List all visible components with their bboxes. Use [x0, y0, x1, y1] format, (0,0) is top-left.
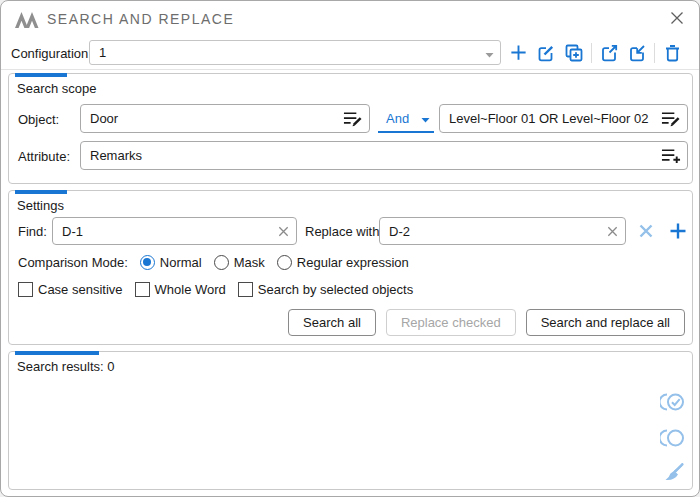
configuration-label: Configuration: [11, 46, 92, 61]
search-results-panel: Search results: 0 [8, 351, 693, 490]
chevron-down-icon [485, 44, 494, 62]
options-row: Case sensitive Whole Word Search by sele… [18, 280, 413, 298]
edit-list-icon[interactable] [661, 110, 681, 127]
replace-input[interactable] [389, 224, 602, 239]
configuration-value: 1 [99, 45, 485, 60]
whole-word-label: Whole Word [155, 282, 226, 297]
checkbox-search-by-selected[interactable]: Search by selected objects [238, 282, 413, 297]
add-replace-pair-icon[interactable] [669, 222, 687, 240]
comparison-mode-label: Comparison Mode: [18, 255, 128, 270]
object-field[interactable]: Door [80, 104, 370, 133]
replace-checked-button[interactable]: Replace checked [386, 309, 516, 336]
search-and-replace-dialog: SEARCH AND REPLACE Configuration: 1 [0, 0, 700, 497]
radio-mask-icon[interactable] [214, 255, 229, 270]
uncheck-all-icon[interactable] [660, 426, 686, 450]
toolbar-separator [591, 43, 592, 63]
results-toolbar [660, 390, 686, 486]
add-list-icon[interactable] [661, 147, 681, 164]
find-label: Find: [18, 224, 47, 239]
search-by-selected-checkbox-icon[interactable] [238, 282, 253, 297]
case-sensitive-checkbox-icon[interactable] [18, 282, 33, 297]
attribute-field[interactable]: Remarks [80, 141, 688, 170]
chevron-down-icon [421, 109, 430, 127]
settings-buttons-row: Search all Replace checked Search and re… [288, 309, 685, 336]
title-bar: SEARCH AND REPLACE [1, 1, 699, 35]
radio-normal-icon[interactable] [140, 255, 155, 270]
checkbox-whole-word[interactable]: Whole Word [135, 282, 226, 297]
radio-normal[interactable]: Normal [140, 255, 202, 270]
object-value: Door [90, 111, 339, 126]
settings-title: Settings [17, 198, 64, 213]
clear-results-icon[interactable] [660, 462, 686, 486]
whole-word-checkbox-icon[interactable] [135, 282, 150, 297]
delete-configuration-icon[interactable] [661, 41, 683, 65]
object-label: Object: [18, 112, 59, 127]
settings-tab-indicator [15, 190, 67, 194]
edit-configuration-icon[interactable] [535, 41, 557, 65]
configuration-select[interactable]: 1 [89, 40, 501, 65]
attribute-label: Attribute: [18, 149, 70, 164]
export-configuration-icon[interactable] [598, 41, 620, 65]
replace-with-label: Replace with: [305, 224, 383, 239]
condition-value: Level~Floor 01 OR Level~Floor 02 [449, 111, 657, 126]
results-title: Search results: 0 [17, 359, 115, 374]
operator-value: And [386, 111, 415, 126]
clear-find-icon[interactable] [277, 225, 290, 238]
case-sensitive-label: Case sensitive [38, 282, 123, 297]
radio-regular-expression-label: Regular expression [297, 255, 409, 270]
add-configuration-icon[interactable] [507, 41, 529, 65]
duplicate-configuration-icon[interactable] [563, 41, 585, 65]
radio-regular-expression[interactable]: Regular expression [277, 255, 409, 270]
radio-regular-expression-icon[interactable] [277, 255, 292, 270]
search-scope-title: Search scope [17, 81, 97, 96]
radio-normal-label: Normal [160, 255, 202, 270]
clear-replace-icon[interactable] [606, 225, 619, 238]
search-scope-panel: Search scope Object: Door And Level~Floo… [8, 73, 693, 184]
edit-list-icon[interactable] [343, 110, 363, 127]
configuration-toolbar [507, 40, 683, 65]
separator-line [1, 69, 699, 70]
attribute-value: Remarks [90, 148, 657, 163]
radio-mask-label: Mask [234, 255, 265, 270]
toolbar-separator [654, 43, 655, 63]
checkbox-case-sensitive[interactable]: Case sensitive [18, 282, 123, 297]
condition-field[interactable]: Level~Floor 01 OR Level~Floor 02 [439, 104, 688, 133]
search-all-button[interactable]: Search all [288, 309, 376, 336]
search-by-selected-label: Search by selected objects [258, 282, 413, 297]
comparison-mode-row: Comparison Mode: Normal Mask Regular exp… [18, 251, 409, 273]
app-logo-icon [13, 9, 41, 29]
search-scope-tab-indicator [15, 73, 67, 77]
remove-replace-pair-icon[interactable] [637, 222, 655, 240]
results-tab-indicator [15, 351, 99, 355]
find-field[interactable] [52, 217, 297, 245]
radio-mask[interactable]: Mask [214, 255, 265, 270]
find-input[interactable] [62, 224, 273, 239]
window-title: SEARCH AND REPLACE [47, 11, 234, 27]
settings-panel: Settings Find: Replace with: Comparison … [8, 190, 693, 345]
search-and-replace-all-button[interactable]: Search and replace all [526, 309, 685, 336]
check-all-icon[interactable] [660, 390, 686, 414]
replace-field[interactable] [379, 217, 626, 245]
operator-select[interactable]: And [378, 105, 434, 133]
close-icon[interactable] [669, 10, 687, 28]
import-configuration-icon[interactable] [626, 41, 648, 65]
